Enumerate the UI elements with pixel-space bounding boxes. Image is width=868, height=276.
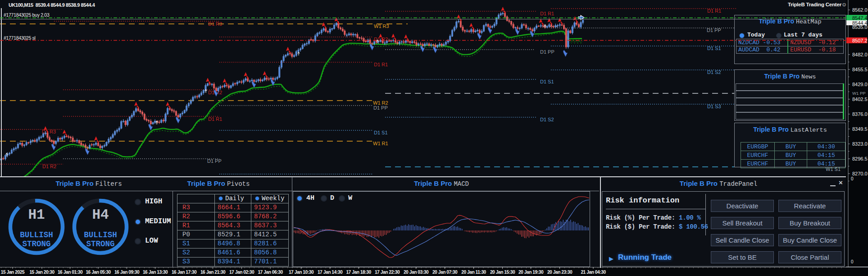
- svg-text:STRONG: STRONG: [22, 239, 50, 248]
- svg-text:8323.0: 8323.0: [852, 141, 868, 147]
- svg-text:BULLISH: BULLISH: [20, 230, 53, 239]
- svg-text:20 Jan 11:30: 20 Jan 11:30: [461, 270, 486, 275]
- svg-text:17 Jan 18:30: 17 Jan 18:30: [346, 270, 371, 275]
- svg-text:W1 R2: W1 R2: [373, 100, 388, 106]
- svg-text:21 Jan 04:30: 21 Jan 04:30: [581, 270, 606, 275]
- svg-text:8296.5: 8296.5: [852, 156, 868, 161]
- svg-text:8402.5: 8402.5: [852, 97, 868, 102]
- svg-text:D1 PP: D1 PP: [707, 28, 721, 33]
- svg-text:8376.0: 8376.0: [852, 111, 868, 117]
- svg-text:D1 PP: D1 PP: [540, 49, 554, 55]
- svg-text:16 Jan 21:30: 16 Jan 21:30: [200, 270, 226, 275]
- svg-text:20 Jan 15:30: 20 Jan 15:30: [490, 270, 515, 275]
- svg-text:17 Jan 14:30: 17 Jan 14:30: [318, 270, 343, 275]
- svg-text:8455.5: 8455.5: [852, 67, 868, 72]
- svg-text:20 Jan 19:30: 20 Jan 19:30: [518, 270, 544, 275]
- svg-text:D1 R2: D1 R2: [42, 164, 56, 169]
- svg-text:8507.2: 8507.2: [852, 38, 868, 43]
- svg-text:D1 S3: D1 S3: [707, 104, 721, 109]
- svg-text:D1 PP: D1 PP: [373, 105, 388, 110]
- svg-text:D1 S1: D1 S1: [707, 46, 721, 51]
- svg-text:D1 R1: D1 R1: [707, 8, 721, 14]
- svg-text:D1 S2: D1 S2: [707, 69, 721, 75]
- svg-text:W1 R1: W1 R1: [373, 141, 388, 146]
- svg-text:16 Jan 05:30: 16 Jan 05:30: [86, 270, 111, 275]
- svg-text:16 Jan 01:30: 16 Jan 01:30: [58, 270, 83, 275]
- svg-text:16 Jan 13:30: 16 Jan 13:30: [143, 270, 168, 275]
- svg-text:0: 0: [851, 176, 854, 181]
- svg-text:W1 R3: W1 R3: [374, 23, 389, 29]
- svg-text:8482.0: 8482.0: [852, 52, 868, 57]
- svg-text:8544.4: 8544.4: [852, 20, 868, 26]
- svg-text:16 Jan 17:30: 16 Jan 17:30: [172, 270, 197, 275]
- svg-text:16 Jan 09:30: 16 Jan 09:30: [114, 270, 140, 275]
- svg-text:H1: H1: [28, 207, 45, 223]
- svg-text:D1 S1: D1 S1: [374, 130, 388, 135]
- svg-text:STRONG: STRONG: [86, 239, 114, 248]
- svg-text:17 Jan 02:30: 17 Jan 02:30: [229, 270, 254, 275]
- svg-text:D1 R1: D1 R1: [208, 116, 222, 122]
- svg-text:8270.0: 8270.0: [852, 171, 868, 176]
- svg-text:D1 PP: D1 PP: [207, 158, 222, 164]
- svg-text:17 Jan 10:30: 17 Jan 10:30: [289, 270, 314, 275]
- svg-text:8349.5: 8349.5: [852, 126, 868, 132]
- svg-text:20 Jan 07:30: 20 Jan 07:30: [432, 270, 458, 275]
- svg-text:BULLISH: BULLISH: [84, 230, 117, 239]
- svg-text:0: 0: [851, 259, 854, 264]
- svg-text:20 Jan 03:30: 20 Jan 03:30: [404, 270, 429, 275]
- svg-text:H4: H4: [92, 207, 109, 223]
- svg-text:17 Jan 06:30: 17 Jan 06:30: [258, 270, 283, 275]
- svg-text:15 Jan 20:30: 15 Jan 20:30: [29, 270, 55, 275]
- svg-text:D1 R1: D1 R1: [374, 62, 388, 67]
- svg-text:8429.0: 8429.0: [852, 82, 868, 87]
- svg-text:D1 S1: D1 S1: [540, 79, 554, 84]
- svg-text:20 Jan 23:30: 20 Jan 23:30: [547, 270, 573, 275]
- svg-text:D1 R1: D1 R1: [540, 11, 554, 16]
- svg-text:W1 PP: W1 PP: [852, 91, 866, 96]
- svg-text:D1 S2: D1 S2: [540, 117, 554, 122]
- svg-text:17 Jan 22:30: 17 Jan 22:30: [375, 270, 400, 275]
- svg-text:15 Jan 2025: 15 Jan 2025: [1, 270, 25, 275]
- svg-text:8562.0: 8562.0: [852, 7, 868, 13]
